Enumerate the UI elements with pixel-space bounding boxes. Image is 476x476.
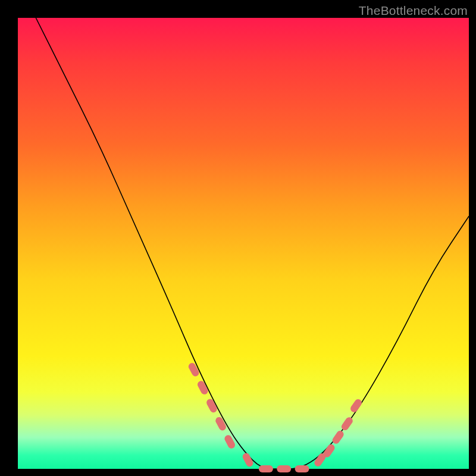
chart-svg <box>18 18 469 469</box>
plot-area <box>18 18 469 469</box>
marker-dot <box>214 416 227 432</box>
marker-dot <box>295 465 309 472</box>
chart-frame: TheBottleneck.com <box>0 0 476 476</box>
marker-dot <box>331 430 345 446</box>
marker-dot <box>340 416 355 432</box>
marker-points <box>187 362 364 472</box>
curve-line <box>36 18 469 469</box>
marker-dot <box>259 465 273 472</box>
marker-dot <box>277 465 291 472</box>
marker-dot <box>349 398 364 414</box>
watermark-text: TheBottleneck.com <box>359 4 468 18</box>
marker-dot <box>223 434 236 450</box>
bottleneck-curve <box>36 18 469 469</box>
